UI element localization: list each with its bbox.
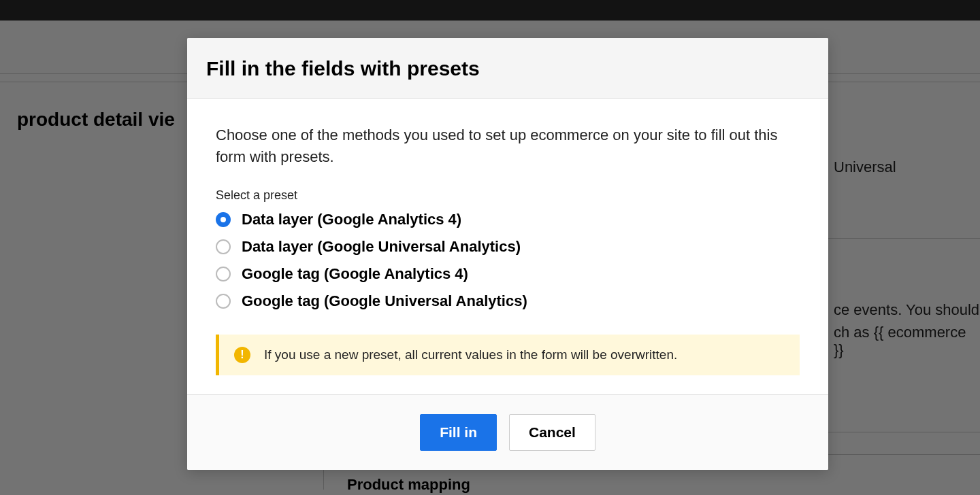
preset-group-label: Select a preset: [216, 188, 800, 203]
warning-icon: !: [234, 347, 250, 363]
radio-icon: [216, 239, 231, 254]
preset-modal: Fill in the fields with presets Choose o…: [187, 38, 828, 470]
preset-radio-group: Data layer (Google Analytics 4) Data lay…: [216, 211, 800, 310]
modal-body: Choose one of the methods you used to se…: [187, 99, 828, 394]
preset-option-ga4-gtag[interactable]: Google tag (Google Analytics 4): [216, 265, 800, 283]
preset-option-label: Google tag (Google Analytics 4): [242, 265, 468, 283]
modal-footer: Fill in Cancel: [187, 394, 828, 470]
modal-overlay[interactable]: Fill in the fields with presets Choose o…: [0, 0, 980, 495]
warning-banner: ! If you use a new preset, all current v…: [216, 335, 800, 375]
preset-option-label: Data layer (Google Analytics 4): [242, 211, 461, 228]
preset-option-ua-datalayer[interactable]: Data layer (Google Universal Analytics): [216, 238, 800, 256]
modal-description: Choose one of the methods you used to se…: [216, 124, 800, 168]
fill-in-button[interactable]: Fill in: [420, 414, 497, 451]
cancel-button[interactable]: Cancel: [509, 414, 595, 451]
modal-title: Fill in the fields with presets: [206, 57, 800, 80]
radio-icon: [216, 212, 231, 227]
preset-option-label: Google tag (Google Universal Analytics): [242, 292, 527, 310]
modal-header: Fill in the fields with presets: [187, 38, 828, 99]
radio-icon: [216, 294, 231, 309]
warning-text: If you use a new preset, all current val…: [264, 347, 677, 362]
preset-option-label: Data layer (Google Universal Analytics): [242, 238, 521, 256]
preset-option-ua-gtag[interactable]: Google tag (Google Universal Analytics): [216, 292, 800, 310]
preset-option-ga4-datalayer[interactable]: Data layer (Google Analytics 4): [216, 211, 800, 228]
radio-icon: [216, 267, 231, 281]
